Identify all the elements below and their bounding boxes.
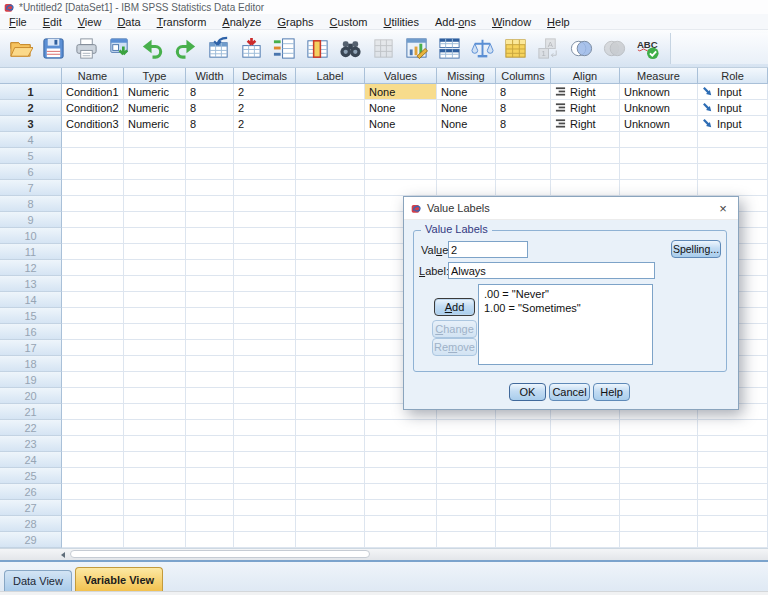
empty-cell[interactable] <box>620 516 698 532</box>
empty-cell[interactable] <box>62 244 124 260</box>
empty-cell[interactable] <box>365 164 437 180</box>
empty-cell[interactable] <box>296 404 365 420</box>
empty-cell[interactable] <box>437 532 496 548</box>
cell-align-row2[interactable]: Right <box>551 100 620 116</box>
row-header-12[interactable]: 12 <box>0 260 62 276</box>
empty-cell[interactable] <box>234 244 296 260</box>
row-header-16[interactable]: 16 <box>0 324 62 340</box>
empty-cell[interactable] <box>124 500 186 516</box>
empty-cell[interactable] <box>296 532 365 548</box>
cell-width-row2[interactable]: 8 <box>186 100 234 116</box>
row-header-18[interactable]: 18 <box>0 356 62 372</box>
scrollbar-thumb[interactable] <box>70 550 370 558</box>
save-icon[interactable] <box>39 35 67 63</box>
empty-cell[interactable] <box>496 164 551 180</box>
empty-cell[interactable] <box>234 420 296 436</box>
cancel-button[interactable]: Cancel <box>549 383 590 401</box>
cell-type-row3[interactable]: Numeric <box>124 116 186 132</box>
empty-cell[interactable] <box>124 260 186 276</box>
column-header-role[interactable]: Role <box>698 68 768 84</box>
empty-cell[interactable] <box>234 132 296 148</box>
empty-cell[interactable] <box>234 516 296 532</box>
row-header-25[interactable]: 25 <box>0 468 62 484</box>
cell-columns-row1[interactable]: 8 <box>496 84 551 100</box>
empty-cell[interactable] <box>698 468 768 484</box>
empty-cell[interactable] <box>62 276 124 292</box>
empty-cell[interactable] <box>551 500 620 516</box>
empty-cell[interactable] <box>620 484 698 500</box>
empty-cell[interactable] <box>234 340 296 356</box>
empty-cell[interactable] <box>296 244 365 260</box>
empty-cell[interactable] <box>62 196 124 212</box>
print-icon[interactable] <box>72 35 100 63</box>
empty-cell[interactable] <box>296 356 365 372</box>
empty-cell[interactable] <box>698 180 768 196</box>
empty-cell[interactable] <box>186 132 234 148</box>
row-header-11[interactable]: 11 <box>0 244 62 260</box>
menu-window[interactable]: Window <box>484 16 539 28</box>
empty-cell[interactable] <box>186 276 234 292</box>
empty-cell[interactable] <box>234 356 296 372</box>
empty-cell[interactable] <box>496 180 551 196</box>
empty-cell[interactable] <box>186 308 234 324</box>
empty-cell[interactable] <box>62 468 124 484</box>
row-header-6[interactable]: 6 <box>0 164 62 180</box>
row-header-4[interactable]: 4 <box>0 132 62 148</box>
menu-addons[interactable]: Add-ons <box>427 16 484 28</box>
cell-missing-row1[interactable]: None <box>437 84 496 100</box>
empty-cell[interactable] <box>437 180 496 196</box>
empty-cell[interactable] <box>186 196 234 212</box>
cell-measure-row2[interactable]: Unknown <box>620 100 698 116</box>
column-header-label[interactable]: Label <box>296 68 365 84</box>
empty-cell[interactable] <box>365 468 437 484</box>
empty-cell[interactable] <box>234 484 296 500</box>
empty-cell[interactable] <box>551 436 620 452</box>
empty-cell[interactable] <box>437 132 496 148</box>
empty-cell[interactable] <box>234 180 296 196</box>
empty-cell[interactable] <box>186 180 234 196</box>
spelling-button[interactable]: Spelling... <box>671 240 721 258</box>
empty-cell[interactable] <box>620 420 698 436</box>
cell-decimals-row2[interactable]: 2 <box>234 100 296 116</box>
cell-label-row2[interactable] <box>296 100 365 116</box>
empty-cell[interactable] <box>234 372 296 388</box>
value-label-entry[interactable]: .00 = "Never" <box>479 287 652 301</box>
cell-missing-row2[interactable]: None <box>437 100 496 116</box>
empty-cell[interactable] <box>234 436 296 452</box>
empty-cell[interactable] <box>296 468 365 484</box>
column-header-missing[interactable]: Missing <box>437 68 496 84</box>
empty-cell[interactable] <box>124 340 186 356</box>
empty-cell[interactable] <box>62 356 124 372</box>
row-header-7[interactable]: 7 <box>0 180 62 196</box>
row-header-10[interactable]: 10 <box>0 228 62 244</box>
empty-cell[interactable] <box>496 132 551 148</box>
empty-cell[interactable] <box>496 436 551 452</box>
empty-cell[interactable] <box>124 308 186 324</box>
empty-cell[interactable] <box>186 436 234 452</box>
empty-cell[interactable] <box>296 500 365 516</box>
empty-cell[interactable] <box>234 164 296 180</box>
empty-cell[interactable] <box>62 436 124 452</box>
empty-cell[interactable] <box>365 180 437 196</box>
empty-cell[interactable] <box>296 164 365 180</box>
menu-custom[interactable]: Custom <box>322 16 376 28</box>
empty-cell[interactable] <box>124 244 186 260</box>
empty-cell[interactable] <box>186 340 234 356</box>
cell-align-row3[interactable]: Right <box>551 116 620 132</box>
cell-missing-row3[interactable]: None <box>437 116 496 132</box>
empty-cell[interactable] <box>551 132 620 148</box>
empty-cell[interactable] <box>62 212 124 228</box>
empty-cell[interactable] <box>62 372 124 388</box>
empty-cell[interactable] <box>124 516 186 532</box>
empty-cell[interactable] <box>551 468 620 484</box>
cell-label-row3[interactable] <box>296 116 365 132</box>
empty-cell[interactable] <box>296 452 365 468</box>
empty-cell[interactable] <box>234 500 296 516</box>
empty-cell[interactable] <box>124 404 186 420</box>
empty-cell[interactable] <box>124 212 186 228</box>
empty-cell[interactable] <box>62 340 124 356</box>
empty-cell[interactable] <box>186 356 234 372</box>
empty-cell[interactable] <box>698 420 768 436</box>
empty-cell[interactable] <box>124 468 186 484</box>
empty-cell[interactable] <box>186 404 234 420</box>
